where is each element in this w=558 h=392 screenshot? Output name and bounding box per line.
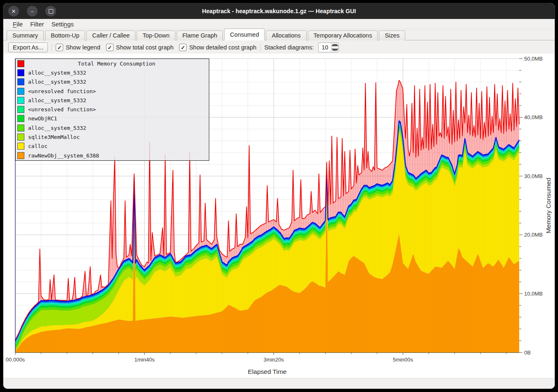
tab-temporary-allocations[interactable]: Temporary Allocations <box>308 31 378 40</box>
menu-bar: FileFilterSettings <box>3 19 555 29</box>
checkbox-label: Show total cost graph <box>116 44 173 51</box>
x-tick-label: 00.000s <box>6 357 25 363</box>
legend-swatch <box>17 106 24 113</box>
checkmark-icon: ✓ <box>56 44 63 51</box>
legend-swatch <box>17 124 24 131</box>
legend-item: alloc__system_5332 <box>16 68 209 77</box>
legend-item: alloc__system_5332 <box>16 96 209 105</box>
legend-label: calloc <box>28 143 47 149</box>
legend-item: <unresolved function> <box>16 87 209 96</box>
window-controls: ✕ – <box>8 6 56 16</box>
maximize-glyph <box>49 9 53 14</box>
checkmark-icon: ✓ <box>106 44 113 51</box>
legend-item: newObjRC1 <box>16 114 209 123</box>
y-tick-label: 30,0MB <box>524 173 543 179</box>
legend-swatch <box>17 134 24 141</box>
legend-swatch <box>17 78 24 85</box>
legend-label: newObjRC1 <box>28 115 57 122</box>
legend-label: rawNewObj__system_6388 <box>28 153 99 159</box>
tab-bottom-up[interactable]: Bottom-Up <box>45 31 85 40</box>
tab-top-down[interactable]: Top-Down <box>137 31 175 40</box>
checkbox-label: Show detailed cost graph <box>189 44 256 51</box>
chevron-up-icon <box>331 44 338 46</box>
menu-item-filter[interactable]: Filter <box>26 20 47 28</box>
spinner-down-button[interactable] <box>331 47 338 52</box>
menu-item-file[interactable]: File <box>9 20 26 28</box>
x-tick-label: 3min20s <box>264 357 284 363</box>
legend-swatch <box>17 88 24 95</box>
y-tick-label: 0B <box>524 350 531 356</box>
title-bar: ✕ – Heaptrack - heaptrack.wakunode.1.gz … <box>3 3 555 19</box>
legend-item: alloc__system_5332 <box>16 123 209 132</box>
chevron-down-icon <box>331 49 338 51</box>
tab-flame-graph[interactable]: Flame Graph <box>177 31 223 40</box>
minimize-icon[interactable]: – <box>27 6 38 16</box>
legend-swatch <box>17 97 24 104</box>
legend-swatch <box>17 143 24 150</box>
legend-label: alloc__system_5332 <box>28 125 86 131</box>
tab-summary[interactable]: Summary <box>7 31 44 40</box>
maximize-icon[interactable] <box>45 6 56 16</box>
heaptrack-window: ✕ – Heaptrack - heaptrack.wakunode.1.gz … <box>3 3 555 389</box>
legend-item: <unresolved function> <box>16 105 209 114</box>
legend-swatch <box>17 152 24 159</box>
tab-allocations[interactable]: Allocations <box>266 31 306 40</box>
checkbox-show-total-cost-graph[interactable]: ✓Show total cost graph <box>106 44 173 51</box>
tab-sizes[interactable]: Sizes <box>379 31 405 40</box>
stacked-diagrams-stepper: 10 <box>318 42 339 52</box>
y-tick-label: 40,0MB <box>524 114 543 120</box>
legend-item: rawNewObj__system_6388 <box>16 151 209 160</box>
legend-title: Total Memory Consumption <box>24 61 209 67</box>
legend-label: <unresolved function> <box>28 88 96 94</box>
y-tick-label: 10,0MB <box>524 291 543 297</box>
stacked-diagrams-value[interactable]: 10 <box>319 43 331 52</box>
legend-label: alloc__system_5332 <box>28 97 86 103</box>
close-icon[interactable]: ✕ <box>8 6 19 16</box>
stacked-diagrams-label: Stacked diagrams: <box>264 44 314 51</box>
legend-label: sqlite3MemMalloc <box>28 134 80 140</box>
legend-swatch <box>17 115 24 122</box>
x-tick-label: 1min40s <box>135 357 155 363</box>
legend-label: <unresolved function> <box>28 106 96 113</box>
window-bottom-margin <box>3 378 555 389</box>
legend-label: alloc__system_5332 <box>28 70 86 76</box>
window-title: Heaptrack - heaptrack.wakunode.1.gz — He… <box>3 8 555 14</box>
consumed-chart[interactable]: 00.000s1min40s3min20s5min00s0B10,0MB20,0… <box>3 54 555 378</box>
export-as-button[interactable]: Export As... <box>8 42 48 52</box>
legend-swatch <box>17 69 24 76</box>
checkbox-label: Show legend <box>66 44 100 51</box>
legend-item: sqlite3MemMalloc <box>16 132 209 141</box>
legend-item: alloc__system_5332 <box>16 77 209 87</box>
x-axis-title: Elapsed Time <box>248 368 287 375</box>
tab-caller-callee[interactable]: Caller / Callee <box>86 31 135 40</box>
chart-legend: Total Memory Consumptionalloc__system_53… <box>15 59 209 161</box>
x-tick-label: 5min00s <box>393 357 414 363</box>
checkmark-icon: ✓ <box>179 44 187 51</box>
legend-item: calloc <box>16 142 209 151</box>
legend-item: Total Memory Consumption <box>16 59 209 68</box>
toolbar: Export As... ✓Show legend✓Show total cos… <box>3 40 555 54</box>
checkbox-show-legend[interactable]: ✓Show legend <box>56 44 100 51</box>
y-tick-label: 50,0MB <box>524 56 543 62</box>
legend-swatch <box>17 60 24 67</box>
tab-consumed[interactable]: Consumed <box>224 28 265 40</box>
checkbox-show-detailed-cost-graph[interactable]: ✓Show detailed cost graph <box>179 44 256 51</box>
legend-label: alloc__system_5332 <box>28 79 86 85</box>
y-tick-label: 20,0MB <box>524 232 543 238</box>
y-axis-title: Memory Consumed <box>545 178 552 233</box>
toolbar-separator <box>52 43 52 52</box>
spinner-up-button[interactable] <box>331 43 338 47</box>
menu-item-settings[interactable]: Settings <box>48 20 78 28</box>
tab-bar: SummaryBottom-UpCaller / CalleeTop-DownF… <box>3 29 555 40</box>
toolbar-separator <box>260 43 260 52</box>
